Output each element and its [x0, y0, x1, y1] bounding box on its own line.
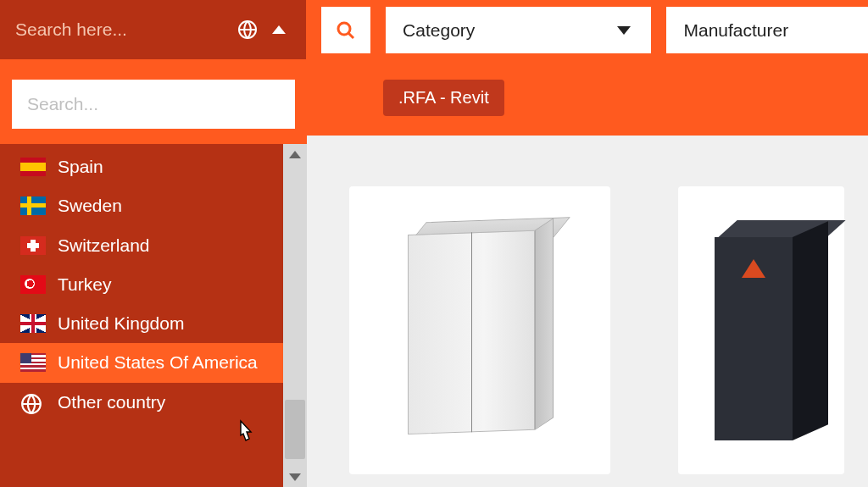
country-item-label: Turkey [58, 274, 263, 296]
results-grid [307, 136, 868, 487]
country-item[interactable]: Sweden [0, 186, 283, 225]
country-item-label: United Kingdom [58, 313, 263, 335]
flag-icon [20, 158, 46, 176]
chevron-up-icon [272, 25, 286, 34]
flag-icon [20, 196, 46, 215]
country-item-label: Other country [58, 391, 263, 413]
pointer-cursor-icon [234, 419, 256, 445]
region-search-input[interactable] [12, 80, 295, 129]
region-dropdown: SpainSwedenSwitzerlandTurkeyUnited Kingd… [0, 59, 307, 487]
scroll-up-icon[interactable] [283, 144, 307, 164]
search-button[interactable] [321, 7, 370, 53]
category-filter[interactable]: Category [386, 7, 651, 53]
country-item[interactable]: United States Of America [0, 343, 283, 382]
flag-icon [20, 236, 46, 255]
result-card[interactable] [349, 186, 610, 474]
country-item[interactable]: Turkey [0, 265, 283, 304]
flag-icon [20, 314, 46, 333]
scroll-down-icon[interactable] [283, 467, 307, 487]
globe-icon [236, 19, 259, 41]
country-item-label: Sweden [58, 195, 263, 217]
country-item[interactable]: United Kingdom [0, 304, 283, 343]
scroll-track[interactable] [283, 164, 307, 467]
country-item-label: Spain [58, 156, 263, 178]
country-item-label: United States Of America [58, 351, 263, 374]
region-selector[interactable]: Search here... [0, 0, 306, 59]
chevron-down-icon [617, 26, 631, 35]
svg-point-1 [338, 23, 350, 35]
category-filter-label: Category [403, 20, 475, 41]
country-item-label: Switzerland [58, 235, 263, 257]
country-item[interactable]: Switzerland [0, 226, 283, 265]
globe-icon [20, 393, 46, 412]
result-thumbnail-tower [715, 220, 833, 440]
filter-chip-rfa[interactable]: .RFA - Revit [383, 80, 504, 116]
region-dropdown-scrollbar[interactable] [283, 144, 307, 487]
region-dropdown-list: SpainSwedenSwitzerlandTurkeyUnited Kingd… [0, 144, 307, 487]
scroll-thumb[interactable] [285, 400, 305, 459]
manufacturer-filter[interactable]: Manufacturer [666, 7, 868, 53]
flag-icon [20, 275, 46, 294]
manufacturer-filter-label: Manufacturer [683, 20, 788, 41]
country-item[interactable]: Spain [0, 147, 283, 186]
result-thumbnail-cabinet [408, 218, 552, 443]
top-bar: Search here... Category Manufacturer [0, 0, 868, 59]
result-card[interactable] [678, 186, 844, 474]
region-selector-placeholder: Search here... [15, 19, 127, 40]
flag-icon [20, 353, 46, 372]
country-item[interactable]: Other country [0, 383, 283, 422]
region-dropdown-search-wrap [0, 64, 307, 144]
